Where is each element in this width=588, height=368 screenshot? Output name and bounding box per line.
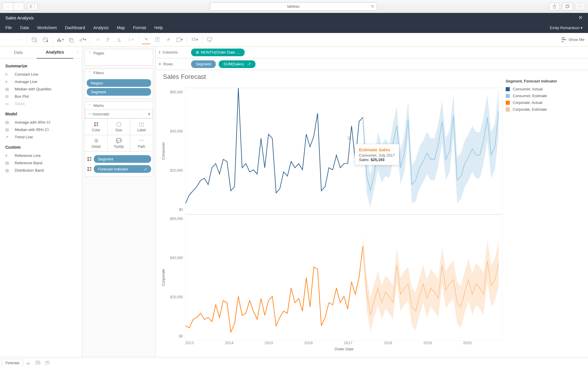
- rows-pill-segment[interactable]: Segment: [191, 60, 216, 68]
- datasource-icon[interactable]: +: [30, 35, 39, 44]
- collapse-icon[interactable]: ‹: [73, 50, 82, 54]
- analytics-average-line[interactable]: ≡Average Line: [5, 78, 77, 85]
- menu-map[interactable]: Map: [117, 25, 125, 30]
- menu-file[interactable]: File: [5, 25, 12, 30]
- marks-label: Marks: [93, 103, 104, 108]
- chevron-down-icon: ▾: [148, 112, 150, 116]
- plot-consumer[interactable]: ☟ Estimate Sales Consumer, July 2017 Sal…: [185, 88, 503, 214]
- sort-desc-icon[interactable]: [116, 35, 124, 44]
- svg-rect-24: [177, 38, 181, 42]
- mark-type-select[interactable]: 〰 Automatic▾: [85, 110, 153, 118]
- highlight-icon[interactable]: ✎: [142, 35, 151, 44]
- tab-analytics[interactable]: Analytics: [37, 46, 74, 59]
- show-me-label: Show Me: [569, 37, 584, 42]
- mark-color[interactable]: Color: [85, 119, 108, 135]
- tab-data[interactable]: Data: [0, 47, 37, 58]
- columns-pill[interactable]: ⊞MONTH(Order Date …: [191, 49, 245, 56]
- rows-pill-sales[interactable]: SUM(Sales)⎇: [219, 60, 255, 68]
- menu-worksheet[interactable]: Worksheet: [37, 25, 57, 30]
- pages-drop[interactable]: [85, 57, 153, 65]
- analytics-avg-ci[interactable]: ▤Average with 95% CI: [5, 119, 77, 126]
- svg-rect-19: [107, 39, 109, 40]
- new-ws-icon[interactable]: ▾: [56, 35, 65, 44]
- path-icon: 〰: [139, 138, 144, 143]
- new-sheet-icon[interactable]: +: [24, 359, 33, 366]
- new-story-icon[interactable]: [43, 359, 51, 366]
- sort-asc-icon[interactable]: [104, 35, 113, 44]
- filters-body[interactable]: Region Segment: [85, 77, 153, 98]
- chrome-right: +: [549, 3, 586, 10]
- plus-button[interactable]: +: [575, 3, 586, 10]
- duplicate-icon[interactable]: [67, 35, 76, 44]
- columns-shelf[interactable]: ⦀Columns ⊞MONTH(Order Date …: [156, 47, 588, 58]
- tabs-button[interactable]: [562, 3, 573, 10]
- mark-pill-forecast[interactable]: Forecast indicator⎇: [87, 165, 151, 173]
- menu-data[interactable]: Data: [20, 25, 29, 30]
- y-axis: $60,000 $40,000 $20,000 $0: [168, 88, 185, 214]
- legend-item[interactable]: Consumer, Actual: [506, 86, 579, 92]
- pages-card: ⌃Pages: [85, 49, 153, 66]
- filter-pill-segment[interactable]: Segment: [87, 88, 151, 96]
- row-label-consumer: Consumer: [159, 88, 168, 214]
- back-button[interactable]: ‹: [3, 3, 13, 10]
- undo-back-icon[interactable]: ←: [4, 35, 12, 44]
- menu-analysis[interactable]: Analysis: [93, 25, 108, 30]
- cards-panel: ⌃Pages ⌃Filters Region Segment ⌃Marks 〰 …: [82, 47, 156, 357]
- show-me-icon: [562, 37, 566, 42]
- legend-item[interactable]: Corporate, Actual: [506, 99, 579, 106]
- chevron-icon[interactable]: ⌃: [88, 71, 91, 75]
- mark-label[interactable]: TLabel: [130, 119, 153, 135]
- user-menu[interactable]: Emily Richardson ▾: [550, 26, 583, 30]
- color-icon: [93, 122, 99, 127]
- rows-shelf[interactable]: ≡Rows Segment SUM(Sales)⎇: [156, 58, 588, 70]
- pause-icon[interactable]: [41, 35, 50, 44]
- chevron-icon[interactable]: ⌃: [88, 103, 91, 108]
- analytics-median-ci[interactable]: ▤Median with 95% CI: [5, 126, 77, 133]
- forward-button[interactable]: ›: [13, 3, 24, 10]
- undo-fwd-icon[interactable]: →: [15, 35, 24, 44]
- legend-item[interactable]: Corporate, Estimate: [506, 106, 579, 113]
- format-icon[interactable]: ✐: [164, 35, 173, 44]
- analytics-dist-band[interactable]: ▥Distribution Band: [5, 167, 77, 174]
- analytics-ref-band[interactable]: ▤Reference Band: [5, 159, 77, 167]
- analytics-median-quartiles[interactable]: ▤Median with Quartiles: [5, 85, 77, 93]
- analytics-constant-line[interactable]: ≡Constant Line: [5, 71, 77, 78]
- show-me[interactable]: Show Me: [562, 37, 584, 42]
- sidebar-toggle[interactable]: [27, 3, 38, 10]
- chevron-icon[interactable]: ⌃: [88, 51, 91, 55]
- labels-icon[interactable]: T: [153, 35, 162, 44]
- mark-pill-segment[interactable]: Segment: [87, 155, 151, 163]
- fit-icon[interactable]: ▾: [175, 35, 184, 44]
- analytics-totals: ▭Totals: [5, 100, 77, 107]
- legend-item[interactable]: Consumer, Estimate: [506, 92, 579, 99]
- x-axis: 2013 2014 2015 2016 2017 2018 2019 2020: [185, 341, 503, 345]
- analytics-ref-line[interactable]: ≡Reference Line: [5, 152, 77, 159]
- cards-icon[interactable]: ▾: [190, 35, 199, 44]
- mark-tooltip[interactable]: 💬Tooltip: [108, 135, 130, 152]
- swap-icon[interactable]: ⇄: [93, 35, 102, 44]
- sheet-tab[interactable]: Forecast: [2, 359, 23, 367]
- size-icon: ◯: [116, 121, 121, 127]
- close-button[interactable]: ✕: [578, 14, 583, 21]
- svg-point-5: [32, 37, 36, 39]
- share-button[interactable]: [549, 3, 560, 10]
- svg-rect-12: [59, 38, 60, 42]
- mark-size[interactable]: ◯Size: [108, 119, 130, 135]
- menu-dashboard[interactable]: Dashboard: [65, 25, 85, 30]
- plot-corporate[interactable]: [185, 214, 503, 341]
- totals-icon[interactable]: Σ ▾: [127, 35, 136, 44]
- analytics-box-plot[interactable]: ⊟Box Plot: [5, 93, 77, 100]
- presentation-icon[interactable]: [205, 35, 214, 44]
- menu-help[interactable]: Help: [154, 25, 163, 30]
- reload-icon[interactable]: ↻: [371, 4, 374, 9]
- mark-detail[interactable]: ⊞Detail: [85, 135, 108, 152]
- mark-path[interactable]: 〰Path: [130, 135, 153, 152]
- new-dash-icon[interactable]: [34, 359, 42, 366]
- filter-pill-region[interactable]: Region: [87, 79, 151, 87]
- line-icon: ≡: [5, 72, 11, 77]
- svg-text:+: +: [35, 41, 36, 42]
- clear-icon[interactable]: ▾: [78, 35, 87, 44]
- address-bar[interactable]: tableau ↻: [210, 2, 377, 11]
- analytics-trend-line[interactable]: ↗Trend Line: [5, 133, 77, 141]
- menu-format[interactable]: Format: [133, 25, 146, 30]
